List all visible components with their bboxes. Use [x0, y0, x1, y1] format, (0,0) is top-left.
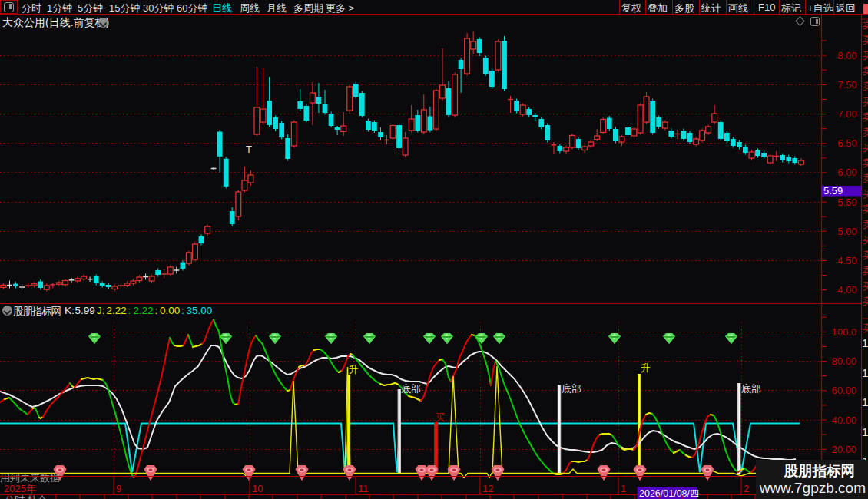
svg-text:10: 10	[252, 483, 263, 494]
svg-text:卖: 卖	[863, 250, 868, 261]
svg-text:卖: 卖	[863, 322, 868, 334]
svg-text:买: 买	[863, 280, 868, 292]
svg-text:5.50: 5.50	[837, 197, 856, 208]
svg-text:5.59: 5.59	[823, 185, 843, 197]
svg-text:5.00: 5.00	[837, 226, 856, 237]
svg-text:60.00: 60.00	[831, 385, 856, 396]
svg-text:1: 1	[862, 336, 868, 349]
svg-text:100.0: 100.0	[831, 326, 856, 338]
svg-text:6.50: 6.50	[837, 137, 856, 149]
svg-text:12: 12	[482, 483, 493, 494]
svg-text:用到未来数据: 用到未来数据	[0, 472, 60, 484]
svg-text:卖: 卖	[863, 127, 868, 138]
svg-text:卖: 卖	[863, 81, 868, 92]
svg-text:卖: 卖	[863, 65, 868, 77]
svg-text:2026/01/08/四: 2026/01/08/四	[639, 488, 700, 499]
svg-text:买: 买	[863, 188, 868, 200]
svg-text:8.00: 8.00	[837, 50, 856, 61]
svg-text:7.50: 7.50	[837, 79, 856, 91]
svg-text:卖: 卖	[863, 35, 868, 46]
svg-text:买: 买	[863, 96, 868, 107]
svg-text:升: 升	[349, 364, 359, 375]
svg-text:1: 1	[862, 366, 868, 379]
svg-text:2: 2	[744, 483, 749, 494]
svg-text:1: 1	[862, 425, 868, 438]
svg-text:9: 9	[116, 483, 121, 494]
svg-text:买: 买	[863, 234, 868, 246]
svg-text:4.50: 4.50	[837, 255, 856, 266]
svg-text:4.00: 4.00	[837, 284, 856, 296]
svg-text:买: 买	[863, 50, 868, 61]
svg-text:卖: 卖	[863, 111, 868, 123]
svg-text:卖: 卖	[863, 296, 868, 307]
svg-text:80.00: 80.00	[831, 355, 856, 367]
svg-text:底部: 底部	[562, 383, 581, 395]
svg-text:底部: 底部	[741, 383, 761, 395]
svg-text:卖: 卖	[863, 219, 868, 230]
svg-text:买: 买	[863, 142, 868, 154]
svg-text:6.00: 6.00	[837, 167, 856, 178]
svg-text:卖: 卖	[863, 157, 868, 169]
svg-text:卖: 卖	[863, 265, 868, 276]
svg-text:卖: 卖	[863, 173, 868, 184]
svg-text:1: 1	[621, 483, 626, 494]
svg-text:40.00: 40.00	[831, 415, 856, 426]
svg-text:20.00: 20.00	[831, 444, 856, 455]
svg-text:2025年: 2025年	[4, 483, 36, 494]
svg-text:底部: 底部	[401, 383, 421, 395]
svg-text:11: 11	[358, 483, 369, 494]
svg-text:升: 升	[641, 362, 651, 374]
svg-text:买: 买	[435, 411, 445, 423]
svg-text:1: 1	[862, 395, 868, 408]
svg-text:卖: 卖	[863, 203, 868, 215]
svg-text:7.00: 7.00	[837, 108, 856, 120]
svg-text:T: T	[246, 144, 252, 155]
